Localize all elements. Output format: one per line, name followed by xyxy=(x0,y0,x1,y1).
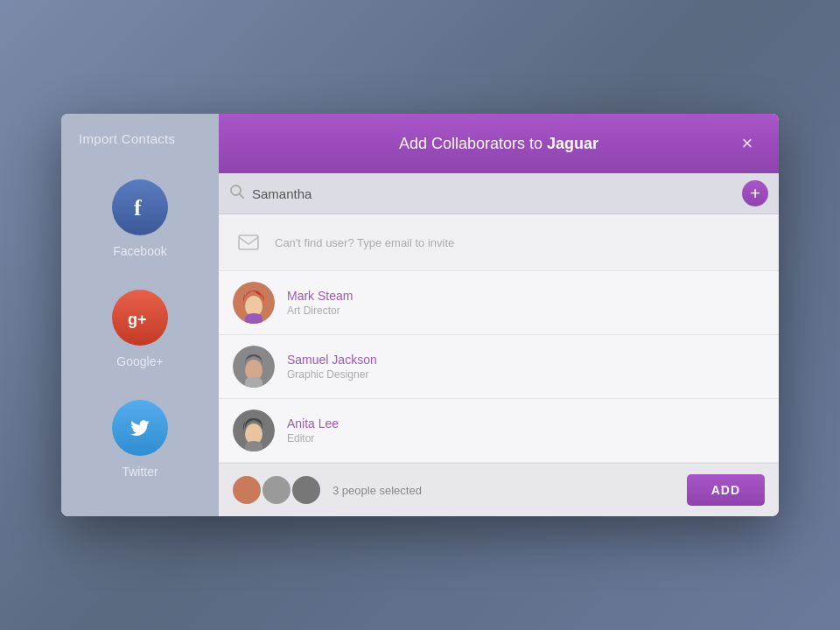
search-input[interactable] xyxy=(252,186,742,201)
selected-count: 3 people selected xyxy=(332,484,687,497)
contact-info-samuel: Samuel Jackson Graphic Designer xyxy=(287,353,377,381)
contact-row-samuel[interactable]: Samuel Jackson Graphic Designer xyxy=(219,335,779,399)
svg-rect-4 xyxy=(239,235,258,249)
sidebar-item-facebook[interactable]: f Facebook xyxy=(61,164,219,274)
avatar-samuel xyxy=(233,346,275,388)
contact-role-samuel: Graphic Designer xyxy=(287,368,377,381)
sidebar: Import Contacts f Facebook g+ Google+ xyxy=(61,114,219,516)
twitter-icon xyxy=(112,400,168,456)
contact-name-samuel: Samuel Jackson xyxy=(287,353,377,367)
contact-info-mark: Mark Steam Art Director xyxy=(287,289,353,317)
email-icon xyxy=(233,227,264,258)
sidebar-title: Import Contacts xyxy=(61,131,219,164)
add-icon-button[interactable]: + xyxy=(742,180,768,206)
twitter-label: Twitter xyxy=(122,465,158,479)
sidebar-item-twitter[interactable]: Twitter xyxy=(61,384,219,494)
close-button[interactable]: × xyxy=(733,130,761,158)
add-collaborators-button[interactable]: ADD xyxy=(687,474,765,506)
invite-text: Can't find user? Type email to invite xyxy=(275,236,454,249)
invite-row[interactable]: Can't find user? Type email to invite xyxy=(219,214,779,271)
mini-avatar-2 xyxy=(262,476,290,504)
avatar-mark xyxy=(233,282,275,324)
contact-name-anita: Anita Lee xyxy=(287,416,339,430)
contact-role-anita: Editor xyxy=(287,432,339,444)
contact-role-mark: Art Director xyxy=(287,304,353,317)
search-bar: + xyxy=(219,173,779,214)
contact-name-mark: Mark Steam xyxy=(287,289,353,303)
google-plus-icon: g+ xyxy=(112,290,168,346)
modal-dialog: Import Contacts f Facebook g+ Google+ xyxy=(61,114,779,516)
panel-footer: 3 people selected ADD xyxy=(219,463,779,516)
facebook-icon: f xyxy=(112,179,168,235)
panel-header: Add Collaborators to Jaguar × xyxy=(219,114,779,173)
svg-line-3 xyxy=(240,194,244,199)
facebook-label: Facebook xyxy=(113,244,166,258)
sidebar-item-google[interactable]: g+ Google+ xyxy=(61,274,219,384)
contact-list: Can't find user? Type email to invite xyxy=(219,214,779,463)
panel-title: Add Collaborators to Jaguar xyxy=(264,135,733,153)
contact-row-mark[interactable]: Mark Steam Art Director xyxy=(219,271,779,335)
contact-info-anita: Anita Lee Editor xyxy=(287,416,339,444)
svg-text:f: f xyxy=(134,195,142,220)
avatar-anita xyxy=(233,410,275,452)
contact-row-anita[interactable]: Anita Lee Editor xyxy=(219,399,779,463)
mini-avatar-1 xyxy=(233,476,261,504)
svg-text:g+: g+ xyxy=(128,311,147,328)
google-label: Google+ xyxy=(116,354,163,368)
mini-avatar-3 xyxy=(292,476,320,504)
search-icon xyxy=(229,184,245,203)
main-panel: Add Collaborators to Jaguar × + xyxy=(219,114,779,516)
selected-avatars xyxy=(233,476,322,504)
